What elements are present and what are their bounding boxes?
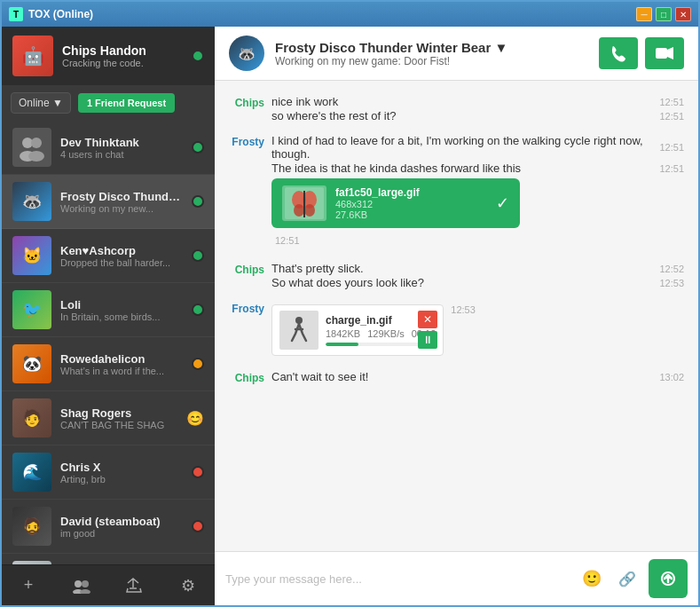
svg-marker-9 [667, 47, 673, 59]
contact-info: Loli In Britain, some birds... [60, 298, 183, 322]
transfer-time-label: 12:53 [451, 301, 476, 315]
contact-avatar-roweda: 🐼 [12, 344, 51, 383]
messages-column: charge_in.gif 1842KB 129KB/s 00:12 [271, 301, 684, 359]
contact-item-frosty[interactable]: 🦝 Frosty Disco Thunder... Working on my … [2, 175, 215, 229]
svg-point-4 [75, 580, 82, 587]
transfer-progress-fill [326, 343, 358, 346]
contact-item-shag[interactable]: 🧑 Shag Rogers CAN'T BAG THE SHAG 😊 [2, 391, 215, 445]
contact-name: Frosty Disco Thunder... [60, 190, 183, 203]
transfer-header: charge_in.gif 1842KB 129KB/s 00:12 [279, 311, 436, 350]
file-transfer-box: charge_in.gif 1842KB 129KB/s 00:12 [271, 304, 444, 356]
titlebar: T TOX (Online) ─ □ ✕ [2, 2, 698, 27]
emoji-button[interactable]: 🙂 [578, 564, 606, 593]
settings-button[interactable]: ⚙ [172, 570, 204, 602]
chat-header: 🦝 Frosty Disco Thunder Winter Bear ▼ Wor… [215, 27, 698, 81]
cancel-transfer-button[interactable]: ✕ [418, 311, 437, 328]
contact-item-loli[interactable]: 🐦 Loli In Britain, some birds... [2, 283, 215, 337]
video-call-button[interactable] [645, 37, 684, 69]
avatar-img: 🐦 [12, 290, 51, 329]
chat-header-status: Working on my new game: Door Fist! [275, 55, 588, 67]
chat-header-info: Frosty Disco Thunder Winter Bear ▼ Worki… [275, 40, 588, 67]
online-dropdown[interactable]: Online ▼ [11, 92, 71, 114]
group-chat-button[interactable] [66, 570, 98, 602]
friend-request-button[interactable]: 1 Friend Request [78, 93, 175, 113]
user-status-text: Cracking the code. [62, 58, 183, 68]
message-time: 12:51 [659, 111, 684, 122]
contact-name: Shag Rogers [60, 406, 177, 420]
file-info: faf1c50_large.gif 468x312 27.6KB [335, 186, 487, 220]
file-checkmark-icon: ✓ [496, 193, 509, 213]
close-button[interactable]: ✕ [675, 7, 691, 21]
transfer-row: charge_in.gif 1842KB 129KB/s 00:12 [271, 301, 684, 359]
transfer-thumb [279, 311, 319, 350]
contact-info: Shag Rogers CAN'T BAG THE SHAG [60, 406, 177, 430]
avatar-img: 🦝 [12, 182, 51, 221]
add-contact-button[interactable]: + [12, 570, 44, 602]
contact-info: Rowedahelicon What's in a word if the... [60, 352, 183, 376]
user-avatar: 🤖 [12, 35, 53, 76]
messages-column: nice ink work 12:51 so where's the rest … [271, 95, 684, 123]
maximize-button[interactable]: □ [656, 7, 672, 21]
transfer-size: 1842KB [326, 328, 360, 339]
message-input[interactable] [225, 569, 570, 589]
main-window: T TOX (Online) ─ □ ✕ 🤖 Chips Handon Crac… [0, 0, 700, 607]
user-status-dot [192, 50, 204, 62]
message-sender-frosty: Frosty [229, 134, 264, 251]
contact-status: 😊 [186, 410, 204, 427]
chat-area: 🦝 Frosty Disco Thunder Winter Bear ▼ Wor… [215, 27, 698, 605]
contact-item-roweda[interactable]: 🐼 Rowedahelicon What's in a word if the.… [2, 337, 215, 391]
chat-header-actions [599, 37, 684, 69]
contact-sub: 4 users in chat [60, 149, 183, 160]
contact-sub: In Britain, some birds... [60, 311, 183, 322]
messages-column: Can't wait to see it! 13:02 [271, 370, 684, 384]
user-name: Chips Handon [62, 43, 183, 58]
contact-info: Frosty Disco Thunder... Working on my ne… [60, 190, 183, 214]
window-title: TOX (Online) [28, 8, 93, 20]
user-avatar-img: 🤖 [12, 35, 53, 76]
status-dot [192, 304, 204, 316]
transfer-button[interactable] [119, 570, 151, 602]
contact-avatar-dev [12, 128, 51, 167]
status-dot [192, 358, 204, 370]
message-row: nice ink work 12:51 [271, 95, 684, 108]
message-group-chips3: Chips Can't wait to see it! 13:02 [229, 370, 684, 384]
message-row: so where's the rest of it? 12:51 [271, 109, 684, 122]
status-dot [192, 520, 204, 532]
user-header: 🤖 Chips Handon Cracking the code. [2, 27, 215, 85]
contact-status [192, 466, 204, 478]
contact-item-tristious[interactable]: 👴 Tristious thanks [2, 554, 215, 564]
contact-item-ken[interactable]: 🐱 Ken♥Ashcorp Dropped the ball harder... [2, 229, 215, 283]
contact-item-chris[interactable]: 🌊 Chris X Arting, brb [2, 445, 215, 500]
avatar-img: 🐱 [12, 236, 51, 275]
chat-input-area: 🙂 🔗 [215, 551, 698, 605]
send-button[interactable] [649, 559, 688, 598]
attachment-button[interactable]: 🔗 [613, 564, 641, 593]
message-text: So what does yours look like? [271, 276, 652, 289]
contact-status [192, 358, 204, 370]
chat-messages: Chips nice ink work 12:51 so where's the… [215, 81, 698, 551]
avatar-img: 🌊 [12, 453, 51, 492]
contact-name: Dev Thinktank [60, 136, 183, 149]
svg-point-13 [294, 204, 304, 217]
contact-item-david[interactable]: 🧔 David (steamboat) im good [2, 500, 215, 554]
voice-call-button[interactable] [599, 37, 638, 69]
sidebar-footer: + ⚙ [2, 564, 215, 605]
contact-item-dev-thinktank[interactable]: Dev Thinktank 4 users in chat [2, 121, 215, 175]
contact-info: Chris X Arting, brb [60, 461, 183, 485]
chat-header-avatar: 🦝 [229, 35, 264, 71]
message-row: The idea is that he kinda dashes forward… [271, 162, 684, 175]
contact-sub: Working on my new... [60, 203, 183, 214]
chat-header-name: Frosty Disco Thunder Winter Bear ▼ [275, 40, 588, 55]
message-time: 12:51 [659, 97, 684, 107]
minimize-button[interactable]: ─ [636, 7, 652, 21]
contact-avatar-tristious: 👴 [12, 561, 51, 564]
contact-status [192, 141, 204, 154]
contact-info: Ken♥Ashcorp Dropped the ball harder... [60, 244, 183, 268]
contact-status [192, 304, 204, 316]
messages-column: I kind of had to leave for a bit, I'm wo… [271, 134, 684, 251]
message-row: So what does yours look like? 12:53 [271, 276, 684, 289]
pause-transfer-button[interactable]: ⏸ [418, 331, 437, 349]
status-emoji: 😊 [186, 411, 204, 426]
message-text: I kind of had to leave for a bit, I'm wo… [271, 134, 652, 161]
sidebar-toolbar: Online ▼ 1 Friend Request [2, 85, 215, 121]
